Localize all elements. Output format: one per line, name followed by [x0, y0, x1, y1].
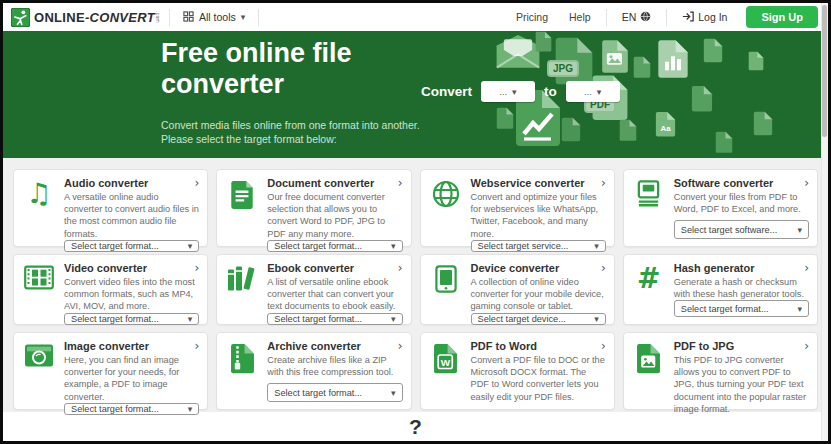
convert-label: Convert [421, 84, 472, 99]
card-title[interactable]: Audio converter [64, 177, 148, 189]
chevron-down-icon: ▾ [188, 241, 193, 251]
target-select[interactable]: Select target format...▾ [267, 240, 402, 252]
document-icon [222, 177, 262, 239]
globe-icon [426, 177, 466, 239]
card-software-converter[interactable]: Software converter›Convert your files fr… [623, 169, 818, 247]
target-select-value: Select target device... [478, 314, 566, 324]
scrollbar-thumb[interactable] [822, 5, 827, 137]
card-body: Software converter›Convert your files fr… [674, 177, 809, 239]
card-document-converter[interactable]: Document converter›Our free document con… [216, 169, 411, 247]
card-body: Archive converter›Create archive files l… [267, 340, 402, 402]
card-title[interactable]: Archive converter [267, 340, 361, 352]
card-ebook-converter[interactable]: Ebook converter›A list of versatile onli… [216, 254, 411, 325]
decor-file-icon [633, 56, 651, 79]
login-link[interactable]: Log In [676, 11, 733, 24]
card-description: A collection of online video converter f… [471, 276, 606, 313]
card-title[interactable]: Video converter [64, 262, 147, 274]
card-title[interactable]: Document converter [267, 177, 374, 189]
chevron-right-icon: › [194, 262, 199, 274]
card-head: Software converter› [674, 177, 809, 189]
card-title[interactable]: Image converter [64, 340, 149, 352]
chevron-down-icon: ▾ [594, 314, 599, 324]
signup-button[interactable]: Sign Up [746, 6, 818, 28]
card-title[interactable]: Webservice converter [471, 177, 585, 189]
target-select[interactable]: Select target format...▾ [267, 383, 402, 402]
target-select-value: Select target format... [681, 304, 769, 314]
target-select[interactable]: Select target software...▾ [674, 220, 809, 239]
login-icon [682, 11, 694, 24]
card-description: A list of versatile online ebook convert… [267, 276, 402, 313]
card-audio-converter[interactable]: ♫Audio converter›A versatile online audi… [13, 169, 208, 247]
computer-icon [629, 177, 669, 239]
card-body: Webservice converter›Convert and optimiz… [471, 177, 606, 239]
card-webservice-converter[interactable]: Webservice converter›Convert and optimiz… [420, 169, 615, 247]
nav-help[interactable]: Help [563, 11, 597, 23]
card-pdf-to-word[interactable]: WPDF to Word›Convert a PDF file to DOC o… [420, 332, 615, 410]
chevron-right-icon: › [601, 177, 606, 189]
card-title[interactable]: Device converter [471, 262, 560, 274]
convert-to-select[interactable]: ...▾ [566, 81, 620, 102]
chevron-right-icon: › [601, 262, 606, 274]
svg-text:Aa: Aa [660, 124, 671, 133]
target-select-value: Select target service... [478, 241, 569, 251]
jpg-file-icon [629, 340, 669, 402]
target-select[interactable]: Select target format...▾ [674, 300, 809, 317]
card-title[interactable]: PDF to JPG [674, 340, 735, 352]
card-head: Document converter› [267, 177, 402, 189]
footer: ? [3, 412, 828, 441]
target-select[interactable]: Select target format...▾ [267, 313, 402, 325]
target-select[interactable]: Select target format...▾ [64, 403, 199, 415]
target-select[interactable]: Select target format...▾ [64, 313, 199, 325]
books-icon [222, 262, 262, 317]
chevron-right-icon: › [398, 262, 403, 274]
converter-grid: ♫Audio converter›A versatile online audi… [3, 158, 828, 412]
card-title[interactable]: Software converter [674, 177, 774, 189]
card-description: This PDF to JPG converter allows you to … [674, 354, 809, 415]
language-selector[interactable]: EN [616, 11, 658, 24]
target-select[interactable]: Select target format...▾ [64, 240, 199, 252]
header: ONLINE-CONVERT.com All tools ▾ Pricing H… [3, 3, 828, 31]
convert-to-value: ... [584, 87, 592, 97]
card-device-converter[interactable]: Device converter›A collection of online … [420, 254, 615, 325]
scrollbar[interactable] [821, 3, 828, 441]
card-head: Hash generator› [674, 262, 809, 274]
chevron-right-icon: › [398, 340, 403, 352]
card-description: Convert video files into the most common… [64, 276, 199, 313]
nav-pricing[interactable]: Pricing [510, 11, 554, 23]
all-tools-button[interactable]: All tools ▾ [179, 11, 249, 24]
chevron-down-icon: ▾ [188, 404, 193, 414]
chevron-right-icon: › [194, 177, 199, 189]
hash-icon: # [629, 262, 669, 317]
card-archive-converter[interactable]: Archive converter›Create archive files l… [216, 332, 411, 410]
card-image-converter[interactable]: Image converter›Here, you can find an im… [13, 332, 208, 410]
card-pdf-to-jpg[interactable]: PDF to JPG›This PDF to JPG converter all… [623, 332, 818, 410]
to-label: to [544, 84, 557, 99]
card-body: Device converter›A collection of online … [471, 262, 606, 317]
decor-file-icon [715, 131, 733, 154]
target-select[interactable]: Select target device...▾ [471, 313, 606, 325]
hero-title: Free online file converter [161, 38, 461, 101]
card-description: Generate a hash or checksum with these h… [674, 276, 809, 300]
chevron-down-icon: ▾ [391, 314, 396, 324]
card-hash-generator[interactable]: #Hash generator›Generate a hash or check… [623, 254, 818, 325]
card-title[interactable]: Hash generator [674, 262, 755, 274]
target-select[interactable]: Select target service...▾ [471, 240, 606, 252]
card-body: Audio converter›A versatile online audio… [64, 177, 199, 239]
card-video-converter[interactable]: Video converter›Convert video files into… [13, 254, 208, 325]
divider [258, 9, 259, 26]
hero-subtitle: Convert media files online from one form… [161, 118, 423, 146]
chevron-down-icon: ▾ [391, 388, 396, 398]
convert-from-select[interactable]: ...▾ [481, 81, 535, 102]
decor-file-bars-icon [657, 39, 689, 79]
card-description: Convert your files from PDF to Word, PDF… [674, 191, 809, 215]
logo[interactable]: ONLINE-CONVERT.com [11, 8, 160, 27]
card-title[interactable]: PDF to Word [471, 340, 537, 352]
card-title[interactable]: Ebook converter [267, 262, 354, 274]
target-select-value: Select target format... [274, 314, 362, 324]
card-body: Image converter›Here, you can find an im… [64, 340, 199, 402]
card-head: PDF to Word› [471, 340, 606, 352]
card-head: Archive converter› [267, 340, 402, 352]
card-head: Ebook converter› [267, 262, 402, 274]
divider [169, 9, 170, 26]
card-body: PDF to Word›Convert a PDF file to DOC or… [471, 340, 606, 402]
